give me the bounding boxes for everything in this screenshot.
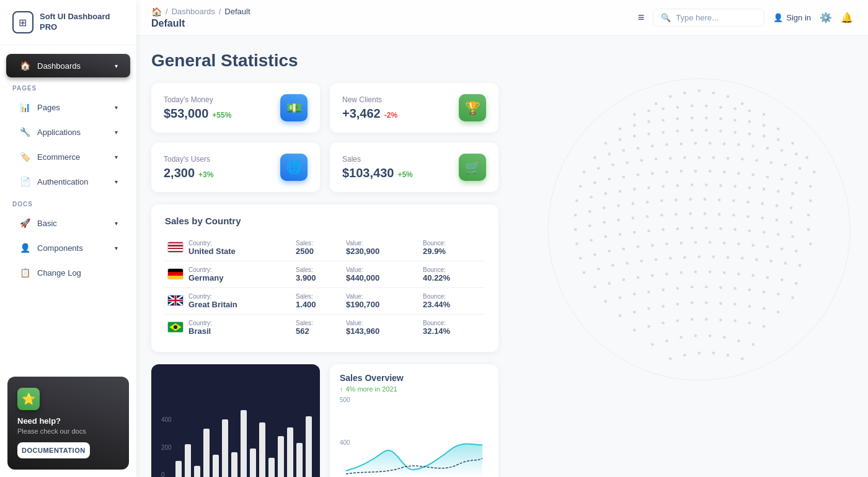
logo-icon: ⊞: [12, 11, 33, 33]
svg-point-123: [746, 201, 750, 204]
svg-point-168: [665, 242, 668, 245]
stat-info-clients: New Clients +3,462 -2%: [342, 95, 397, 121]
svg-point-89: [751, 173, 755, 177]
svg-point-52: [709, 142, 712, 145]
sidebar-item-ecommerce[interactable]: 🏷️ Ecommerce ▾: [6, 145, 130, 168]
svg-point-214: [676, 287, 679, 290]
svg-point-24: [705, 116, 708, 120]
svg-point-31: [619, 138, 622, 141]
svg-point-164: [608, 250, 611, 253]
svg-point-239: [691, 318, 694, 321]
svg-point-147: [604, 235, 607, 239]
svg-point-145: [575, 242, 578, 245]
stat-change: -2%: [384, 111, 397, 120]
settings-icon[interactable]: ⚙️: [820, 12, 832, 24]
svg-point-250: [723, 336, 726, 339]
svg-point-197: [637, 276, 640, 279]
svg-point-16: [748, 110, 751, 113]
topbar-right: ≡ 🔍 👤 Sign in ⚙️ 🔔: [638, 9, 853, 27]
notifications-icon[interactable]: 🔔: [841, 12, 853, 24]
svg-point-219: [748, 289, 751, 292]
svg-point-257: [727, 354, 730, 357]
svg-point-69: [712, 156, 715, 159]
country-name: United State: [188, 247, 236, 256]
stat-change: +5%: [397, 170, 412, 179]
svg-point-184: [669, 256, 672, 260]
sidebar-item-authentication[interactable]: 📄 Authentication ▾: [6, 170, 130, 193]
sidebar-item-basic[interactable]: 🚀 Basic ▾: [6, 211, 130, 235]
svg-point-247: [680, 336, 683, 339]
documentation-button[interactable]: DOCUMENTATION: [17, 442, 90, 458]
svg-point-195: [608, 282, 611, 285]
svg-point-7: [741, 102, 744, 105]
hamburger-icon[interactable]: ≡: [638, 11, 645, 24]
page-title: Default: [151, 18, 250, 29]
svg-point-23: [691, 116, 694, 120]
svg-point-134: [660, 214, 663, 217]
changelog-icon: 📋: [19, 266, 31, 279]
svg-point-103: [705, 183, 708, 186]
svg-point-42: [777, 138, 780, 141]
svg-point-201: [694, 271, 697, 274]
stat-info-money: Today's Money $53,000 +55%: [164, 95, 231, 121]
stat-icon-clients: 🏆: [459, 94, 486, 121]
svg-point-153: [691, 227, 694, 230]
sidebar-item-label: Ecommerce: [37, 152, 80, 162]
applications-icon: 🔧: [19, 126, 31, 138]
svg-point-185: [683, 256, 686, 259]
svg-point-55: [751, 145, 755, 148]
bar-chart-card: 400 200 0: [151, 364, 320, 477]
svg-point-218: [733, 287, 737, 290]
svg-point-53: [723, 142, 726, 146]
svg-point-25: [719, 117, 722, 120]
svg-point-121: [718, 199, 721, 202]
svg-point-91: [781, 178, 784, 181]
stat-icon-sales: 🛒: [459, 154, 486, 181]
signin-button[interactable]: 👤 Sign in: [773, 13, 811, 22]
svg-point-169: [680, 242, 683, 245]
flag-de: [167, 268, 184, 279]
content-area: // Generated dot pattern for globe - usi…: [136, 36, 868, 477]
svg-point-213: [662, 289, 665, 292]
country-name: Brasil: [188, 326, 211, 336]
svg-point-78: [593, 182, 596, 185]
svg-point-177: [795, 250, 798, 253]
svg-point-171: [709, 241, 712, 244]
sidebar-item-label: Applications: [37, 128, 81, 137]
svg-point-68: [698, 156, 701, 159]
sidebar-item-components[interactable]: 👤 Components ▾: [6, 236, 130, 260]
svg-point-95: [590, 196, 593, 199]
svg-point-106: [748, 186, 751, 190]
sidebar-item-changelog[interactable]: 📋 Change Log: [6, 261, 130, 284]
svg-point-254: [683, 354, 686, 357]
stat-label: Today's Money: [164, 95, 231, 104]
svg-point-56: [766, 147, 769, 150]
sidebar-item-applications[interactable]: 🔧 Applications ▾: [6, 120, 130, 144]
breadcrumb-dashboards[interactable]: Dashboards: [172, 7, 215, 16]
logo-area: ⊞ Soft UI Dashboard PRO: [0, 0, 136, 45]
svg-point-5: [727, 95, 730, 98]
svg-point-243: [748, 322, 751, 325]
svg-point-138: [718, 213, 721, 216]
chevron-icon: ▾: [115, 63, 118, 69]
svg-point-62: [611, 164, 614, 167]
svg-point-12: [691, 105, 694, 108]
home-breadcrumb[interactable]: 🏠: [151, 7, 162, 17]
svg-point-108: [777, 190, 780, 193]
sidebar-item-pages[interactable]: 📊 Pages ▾: [6, 95, 130, 119]
sales-value: 3.900: [296, 273, 316, 282]
pages-icon: 📊: [19, 101, 31, 113]
svg-point-248: [694, 335, 697, 338]
breadcrumb-current: Default: [224, 7, 250, 16]
svg-point-129: [588, 224, 591, 227]
svg-point-146: [590, 239, 593, 242]
pages-section-label: PAGES: [0, 79, 136, 94]
search-input[interactable]: [676, 13, 750, 22]
svg-point-22: [676, 117, 679, 120]
chart-bar: [241, 410, 247, 477]
svg-point-148: [619, 233, 622, 236]
svg-point-105: [733, 185, 737, 188]
sidebar-item-dashboards[interactable]: 🏠 Dashboards ▾: [6, 54, 130, 77]
svg-point-17: [763, 113, 766, 116]
search-box[interactable]: 🔍: [653, 9, 764, 27]
